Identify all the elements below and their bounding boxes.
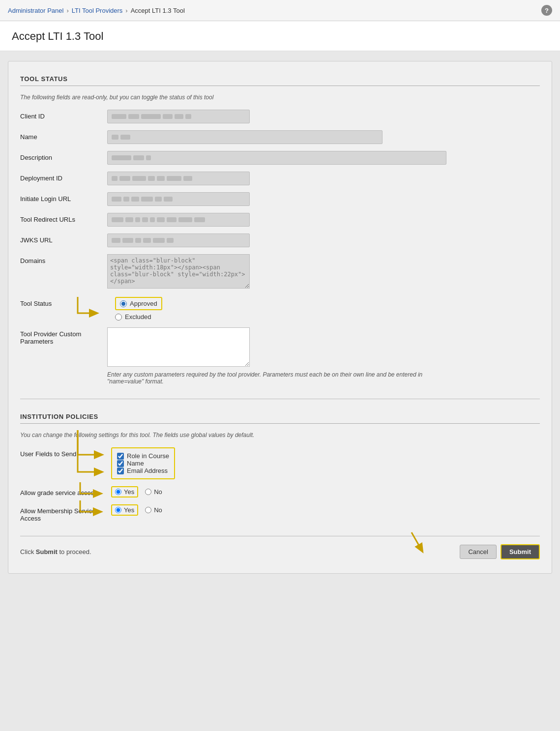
footer-note: Click Submit to proceed. — [20, 548, 91, 556]
grade-service-row: Allow grade service access — [20, 486, 540, 497]
custom-params-row: Tool Provider Custom Parameters Enter an… — [20, 327, 540, 385]
tool-status-options: Approved Excluded — [115, 297, 162, 321]
form-panel: TOOL STATUS The following fields are rea… — [8, 61, 552, 574]
section-divider — [20, 399, 540, 399]
initiate-login-url-field — [107, 192, 540, 206]
deployment-id-row: Deployment ID — [20, 172, 540, 185]
name-label: Name — [20, 130, 101, 141]
membership-service-row: Allow Membership Service Access — [20, 504, 540, 522]
page-header: Accept LTI 1.3 Tool — [0, 21, 560, 51]
jwks-url-value — [107, 234, 250, 247]
domains-field: <span class="blur-block" style="width:18… — [107, 254, 540, 290]
excluded-radio[interactable] — [115, 314, 122, 321]
name-option[interactable]: Name — [117, 460, 169, 467]
membership-no-label: No — [154, 506, 162, 514]
name-label: Name — [127, 460, 144, 467]
custom-params-label: Tool Provider Custom Parameters — [20, 327, 101, 345]
domains-textarea[interactable]: <span class="blur-block" style="width:18… — [107, 254, 250, 289]
tool-redirect-urls-label: Tool Redirect URLs — [20, 213, 101, 223]
tool-redirect-urls-row: Tool Redirect URLs — [20, 213, 540, 227]
cancel-button[interactable]: Cancel — [460, 545, 496, 559]
help-icon[interactable]: ? — [541, 5, 552, 16]
footer-buttons: Cancel Submit — [456, 544, 540, 559]
user-fields-row: User Fields to Send — [20, 447, 540, 479]
membership-service-options: Yes No — [111, 504, 162, 516]
institution-policies-heading: INSTITUTION POLICIES — [20, 413, 540, 424]
grade-no-label: No — [154, 488, 162, 496]
breadcrumb-current: Accept LTI 1.3 Tool — [131, 7, 185, 14]
grade-yes-highlight: Yes — [111, 486, 138, 497]
annotation-arrow-membership — [75, 498, 105, 518]
role-in-course-label: Role in Course — [127, 452, 169, 460]
annotation-arrow-checkboxes — [68, 428, 107, 477]
form-footer: Click Submit to proceed. Cancel Sub — [20, 536, 540, 559]
domains-row: Domains <span class="blur-block" style="… — [20, 254, 540, 290]
description-field — [107, 151, 540, 165]
jwks-url-row: JWKS URL — [20, 234, 540, 247]
client-id-label: Client ID — [20, 110, 101, 120]
initiate-login-url-value — [107, 192, 250, 206]
grade-service-field: Yes No — [107, 486, 540, 497]
tool-status-row: Tool Status — [20, 297, 540, 321]
name-value — [107, 130, 383, 144]
membership-yes-radio[interactable] — [115, 507, 121, 513]
description-value — [107, 151, 446, 165]
footer-note-suffix: to proceed. — [58, 548, 91, 556]
grade-no-radio[interactable] — [145, 489, 151, 495]
approved-option[interactable]: Approved — [115, 297, 162, 310]
initiate-login-url-label: Initiate Login URL — [20, 192, 101, 203]
breadcrumb-admin[interactable]: Administrator Panel — [8, 7, 63, 14]
role-in-course-checkbox[interactable] — [117, 453, 124, 460]
initiate-login-url-row: Initiate Login URL — [20, 192, 540, 206]
tool-redirect-urls-value — [107, 213, 250, 227]
footer-submit-text: Submit — [36, 548, 58, 556]
tool-status-field: Approved Excluded — [107, 297, 540, 321]
description-row: Description — [20, 151, 540, 165]
name-checkbox[interactable] — [117, 460, 124, 467]
approved-label: Approved — [130, 300, 157, 307]
grade-yes-option[interactable]: Yes — [111, 486, 138, 497]
excluded-option[interactable]: Excluded — [115, 313, 162, 321]
page-title: Accept LTI 1.3 Tool — [12, 30, 548, 43]
main-content: TOOL STATUS The following fields are rea… — [0, 51, 560, 584]
tool-status-description: The following fields are read-only, but … — [20, 94, 540, 101]
membership-yes-highlight: Yes — [111, 504, 138, 516]
membership-yes-option[interactable]: Yes — [111, 504, 138, 516]
client-id-value — [107, 110, 250, 123]
jwks-url-field — [107, 234, 540, 247]
description-label: Description — [20, 151, 101, 161]
annotation-arrow-submit — [397, 530, 426, 555]
annotation-arrow-approved — [73, 294, 102, 319]
annotation-arrow-grade — [75, 480, 105, 499]
grade-service-options: Yes No — [111, 486, 162, 497]
grade-yes-radio[interactable] — [115, 489, 121, 495]
deployment-id-label: Deployment ID — [20, 172, 101, 182]
membership-no-radio[interactable] — [145, 507, 151, 513]
jwks-url-label: JWKS URL — [20, 234, 101, 244]
email-address-option[interactable]: Email Address — [117, 467, 169, 474]
membership-no-option[interactable]: No — [145, 506, 162, 514]
approved-highlight: Approved — [115, 297, 162, 310]
email-address-label: Email Address — [127, 467, 168, 474]
custom-params-field: Enter any custom parameters required by … — [107, 327, 540, 385]
membership-service-field: Yes No — [107, 504, 540, 516]
grade-no-option[interactable]: No — [145, 488, 162, 496]
role-in-course-option[interactable]: Role in Course — [117, 452, 169, 460]
breadcrumb: Administrator Panel › LTI Tool Providers… — [0, 0, 560, 21]
name-field — [107, 130, 540, 144]
domains-label: Domains — [20, 254, 101, 264]
custom-params-textarea[interactable] — [107, 327, 250, 367]
user-fields-field: Role in Course Name Email Address — [107, 447, 540, 479]
email-address-checkbox[interactable] — [117, 468, 124, 474]
membership-yes-label: Yes — [124, 506, 134, 514]
approved-radio[interactable] — [120, 300, 127, 307]
grade-yes-label: Yes — [124, 488, 134, 496]
custom-params-note: Enter any custom parameters required by … — [107, 371, 442, 385]
tool-status-heading: TOOL STATUS — [20, 75, 540, 86]
user-fields-checkboxes: Role in Course Name Email Address — [111, 447, 175, 479]
submit-button[interactable]: Submit — [501, 544, 540, 559]
client-id-field — [107, 110, 540, 123]
breadcrumb-lti[interactable]: LTI Tool Providers — [72, 7, 123, 14]
client-id-row: Client ID — [20, 110, 540, 123]
name-row: Name — [20, 130, 540, 144]
